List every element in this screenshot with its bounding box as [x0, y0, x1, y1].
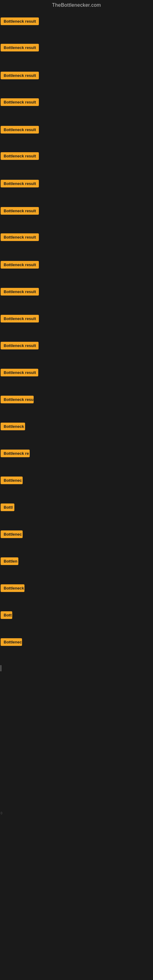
bottleneck-result-row: Bottleneck result — [1, 342, 38, 351]
bottleneck-badge[interactable]: Bottleneck result — [1, 261, 39, 269]
bottleneck-result-row: Bottleneck result — [1, 18, 39, 26]
bottleneck-result-row: Bottleneck result — [1, 98, 39, 107]
bottleneck-result-row: Bottleneck result — [1, 126, 39, 135]
bottleneck-badge[interactable]: Bottleneck result — [1, 98, 39, 106]
bottleneck-badge[interactable]: Bottleneck result — [1, 18, 39, 25]
cursor-line — [1, 665, 1, 671]
bottleneck-result-row: Bottleneck result — [1, 72, 39, 81]
bottleneck-result-row: Bott — [1, 611, 12, 620]
bottleneck-badge[interactable]: Bottleneck — [1, 423, 25, 430]
bottleneck-result-row: Bottlen — [1, 557, 18, 566]
bottleneck-result-row: Bottleneck result — [1, 44, 39, 52]
bottleneck-badge[interactable]: Bottleneck result — [1, 369, 38, 376]
bottleneck-result-row: Bottleneck result — [1, 233, 39, 242]
bottleneck-badge[interactable]: Bottleneck resu — [1, 396, 33, 403]
bottleneck-badge[interactable]: Bottleneck result — [1, 180, 39, 188]
bottleneck-result-row: Bottleneck result — [1, 180, 39, 189]
site-title: TheBottlenecker.com — [0, 0, 153, 10]
bottleneck-badge[interactable]: Bottleneck result — [1, 72, 39, 79]
bottleneck-badge[interactable]: Bottleneck result — [1, 126, 39, 134]
bottleneck-badge[interactable]: Bottlen — [1, 557, 18, 565]
bottleneck-badge[interactable]: Bottlenec — [1, 530, 22, 538]
bottleneck-badge[interactable]: Bottlenec — [1, 477, 22, 484]
bottleneck-result-row: Bottlenec — [1, 477, 22, 485]
bottleneck-result-row: Bottleneck result — [1, 369, 38, 378]
bottleneck-badge[interactable]: Bottleneck result — [1, 44, 39, 51]
bottleneck-badge[interactable]: Bottleneck result — [1, 152, 39, 160]
bottleneck-badge[interactable]: Bottleneck — [1, 584, 24, 592]
bottleneck-result-row: Bottleneck result — [1, 315, 39, 324]
bottleneck-result-row: Bottleneck re — [1, 450, 30, 458]
bottleneck-badge[interactable]: Bottleneck result — [1, 288, 39, 296]
bottleneck-result-row: Bottleneck — [1, 584, 24, 593]
bottleneck-badge[interactable]: Bott — [1, 611, 12, 619]
bottleneck-result-row: Bottleneck result — [1, 152, 39, 161]
bottleneck-result-row: Bottlenec — [1, 638, 22, 647]
bottleneck-badge[interactable]: Bottleneck result — [1, 207, 39, 215]
bottleneck-badge[interactable]: Bottleneck re — [1, 450, 30, 457]
bottleneck-badge[interactable]: Bottleneck result — [1, 233, 39, 241]
bottleneck-result-row: Bottleneck result — [1, 207, 39, 216]
bottleneck-result-row: Bottl — [1, 503, 14, 512]
bottleneck-result-row: Bottleneck — [1, 423, 25, 431]
bottleneck-badge[interactable]: Bottleneck result — [1, 315, 39, 323]
bottleneck-badge[interactable]: Bottleneck result — [1, 342, 38, 350]
bottleneck-result-row: Bottleneck resu — [1, 396, 33, 404]
bottleneck-result-row: Bottleneck result — [1, 288, 39, 297]
bottleneck-result-row: Bottlenec — [1, 530, 22, 539]
bottom-label: 0 — [1, 811, 2, 815]
bottleneck-badge[interactable]: Bottlenec — [1, 638, 22, 646]
bottleneck-badge[interactable]: Bottl — [1, 503, 14, 511]
bottleneck-result-row: Bottleneck result — [1, 261, 39, 270]
